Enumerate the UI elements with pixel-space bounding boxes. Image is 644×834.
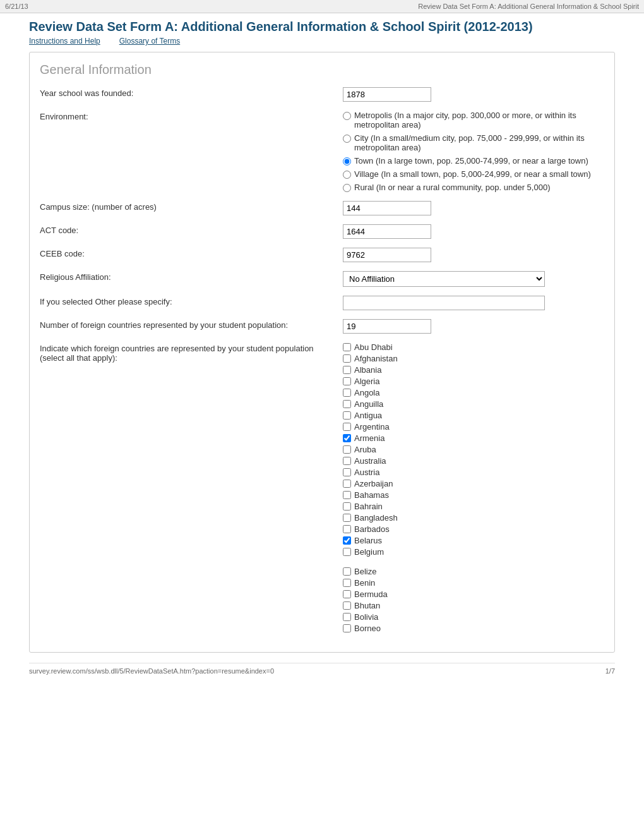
country-checkbox-3[interactable] xyxy=(343,377,351,385)
campus-size-input[interactable] xyxy=(343,201,431,215)
country-checkbox-15[interactable] xyxy=(343,514,351,522)
other-specify-label: If you selected Other please specify: xyxy=(40,296,343,306)
main-container: Review Data Set Form A: Additional Gener… xyxy=(19,13,625,685)
country-label-2: Albania xyxy=(354,365,381,375)
country-checkbox-19[interactable] xyxy=(343,567,351,576)
environment-option-1-label: City (In a small/medium city, pop. 75,00… xyxy=(354,133,604,152)
country-item-21[interactable]: Bermuda xyxy=(343,589,604,599)
environment-radio-4[interactable] xyxy=(343,184,351,192)
environment-radio-2[interactable] xyxy=(343,157,351,166)
year-founded-input[interactable] xyxy=(343,87,431,102)
ceeb-code-input[interactable] xyxy=(343,248,431,262)
act-code-label: ACT code: xyxy=(40,224,343,235)
country-checkbox-20[interactable] xyxy=(343,579,351,587)
campus-size-row: Campus size: (number of acres) xyxy=(40,201,604,215)
country-item-22[interactable]: Bhutan xyxy=(343,601,604,610)
country-checkbox-4[interactable] xyxy=(343,389,351,397)
country-checkbox-10[interactable] xyxy=(343,457,351,465)
country-checkbox-14[interactable] xyxy=(343,502,351,511)
country-item-8[interactable]: Armenia xyxy=(343,433,604,443)
country-checkbox-6[interactable] xyxy=(343,411,351,420)
environment-radio-0[interactable] xyxy=(343,112,351,120)
environment-row: Environment: Metropolis (In a major city… xyxy=(40,111,604,192)
country-item-14[interactable]: Bahrain xyxy=(343,502,604,511)
environment-radio-1[interactable] xyxy=(343,135,351,143)
country-checkbox-8[interactable] xyxy=(343,434,351,442)
country-item-1[interactable]: Afghanistan xyxy=(343,354,604,363)
country-checkbox-9[interactable] xyxy=(343,445,351,454)
country-checkbox-12[interactable] xyxy=(343,480,351,488)
country-item-20[interactable]: Benin xyxy=(343,578,604,588)
ceeb-code-label: CEEB code: xyxy=(40,248,343,258)
environment-option-2-label: Town (In a large town, pop. 25,000-74,99… xyxy=(354,156,588,166)
country-item-19[interactable]: Belize xyxy=(343,567,604,576)
country-item-17[interactable]: Belarus xyxy=(343,536,604,545)
country-item-9[interactable]: Aruba xyxy=(343,445,604,454)
country-item-0[interactable]: Abu Dhabi xyxy=(343,342,604,352)
campus-size-label: Campus size: (number of acres) xyxy=(40,201,343,212)
country-item-16[interactable]: Barbados xyxy=(343,524,604,534)
country-label-5: Anguilla xyxy=(354,399,383,409)
environment-option-2[interactable]: Town (In a large town, pop. 25,000-74,99… xyxy=(343,156,604,166)
country-checkbox-21[interactable] xyxy=(343,590,351,598)
country-checkbox-1[interactable] xyxy=(343,354,351,363)
country-label-13: Bahamas xyxy=(354,490,389,500)
country-label-11: Austria xyxy=(354,468,379,477)
environment-option-1[interactable]: City (In a small/medium city, pop. 75,00… xyxy=(343,133,604,152)
country-item-24[interactable]: Borneo xyxy=(343,624,604,633)
country-checkbox-11[interactable] xyxy=(343,468,351,476)
environment-option-4[interactable]: Rural (In or near a rural community, pop… xyxy=(343,183,604,192)
year-founded-row: Year school was founded: xyxy=(40,87,604,102)
country-checkbox-7[interactable] xyxy=(343,423,351,431)
country-label-9: Aruba xyxy=(354,445,376,454)
country-checkbox-13[interactable] xyxy=(343,491,351,499)
country-label-3: Algeria xyxy=(354,377,379,386)
country-item-15[interactable]: Bangladesh xyxy=(343,513,604,523)
country-label-23: Bolivia xyxy=(354,612,378,622)
country-checkbox-23[interactable] xyxy=(343,613,351,621)
other-specify-input[interactable] xyxy=(343,296,545,310)
country-checkbox-2[interactable] xyxy=(343,366,351,374)
country-item-7[interactable]: Argentina xyxy=(343,422,604,432)
country-checkbox-17[interactable] xyxy=(343,536,351,545)
environment-option-0[interactable]: Metropolis (In a major city, pop. 300,00… xyxy=(343,111,604,130)
country-item-2[interactable]: Albania xyxy=(343,365,604,375)
bottom-url: survey.review.com/ss/wsb.dll/5/ReviewDat… xyxy=(29,667,274,675)
foreign-countries-count-input[interactable] xyxy=(343,319,431,334)
country-item-6[interactable]: Antigua xyxy=(343,411,604,420)
country-item-4[interactable]: Angola xyxy=(343,388,604,397)
country-item-23[interactable]: Bolivia xyxy=(343,612,604,622)
country-item-5[interactable]: Anguilla xyxy=(343,399,604,409)
bottom-bar: survey.review.com/ss/wsb.dll/5/ReviewDat… xyxy=(29,663,615,679)
act-code-input[interactable] xyxy=(343,224,431,239)
environment-radio-3[interactable] xyxy=(343,171,351,179)
glossary-link[interactable]: Glossary of Terms xyxy=(119,37,180,45)
country-checkbox-0[interactable] xyxy=(343,343,351,351)
environment-option-3[interactable]: Village (In a small town, pop. 5,000-24,… xyxy=(343,169,604,179)
country-label-14: Bahrain xyxy=(354,502,383,511)
country-label-19: Belize xyxy=(354,567,376,576)
ceeb-code-control xyxy=(343,248,604,262)
country-label-18: Belgium xyxy=(354,547,384,557)
foreign-countries-count-control xyxy=(343,319,604,334)
ceeb-code-row: CEEB code: xyxy=(40,248,604,262)
country-label-1: Afghanistan xyxy=(354,354,398,363)
country-checkbox-22[interactable] xyxy=(343,601,351,610)
country-checkbox-5[interactable] xyxy=(343,400,351,408)
bottom-page-indicator: 1/7 xyxy=(605,667,615,675)
country-item-13[interactable]: Bahamas xyxy=(343,490,604,500)
religious-affiliation-select[interactable]: No Affiliation Catholic Protestant Jewis… xyxy=(343,271,545,287)
country-item-3[interactable]: Algeria xyxy=(343,377,604,386)
section-box: General Information Year school was foun… xyxy=(29,52,615,653)
country-checkbox-16[interactable] xyxy=(343,525,351,533)
country-item-11[interactable]: Austria xyxy=(343,468,604,477)
act-code-control xyxy=(343,224,604,239)
year-founded-control xyxy=(343,87,604,102)
country-item-12[interactable]: Azerbaijan xyxy=(343,479,604,488)
country-checkbox-24[interactable] xyxy=(343,624,351,632)
other-specify-row: If you selected Other please specify: xyxy=(40,296,604,310)
country-item-18[interactable]: Belgium xyxy=(343,547,604,557)
country-item-10[interactable]: Australia xyxy=(343,456,604,466)
country-checkbox-18[interactable] xyxy=(343,548,351,556)
instructions-link[interactable]: Instructions and Help xyxy=(29,37,100,45)
